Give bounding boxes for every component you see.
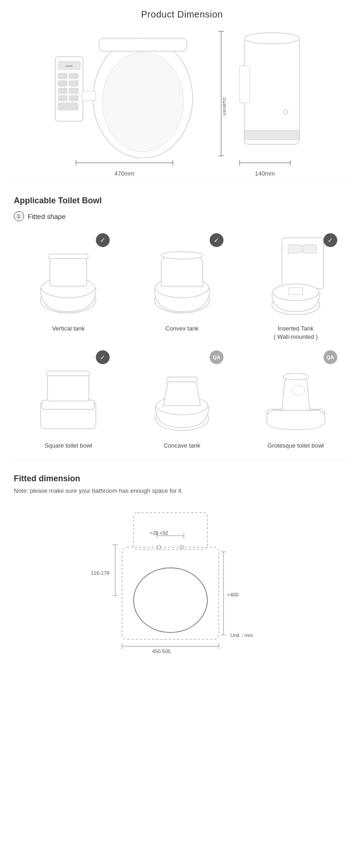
step-number: ① [14, 211, 24, 221]
fitted-dim-title: Fitted dimension [14, 474, 350, 484]
applicable-section-title: Applicable Toilet Bowl [14, 196, 350, 206]
svg-rect-39 [288, 245, 302, 253]
svg-rect-43 [289, 288, 303, 295]
svg-rect-53 [122, 547, 219, 639]
svg-text:116-178: 116-178 [91, 570, 109, 576]
toilet-label: Inserted Tank( Wall-mounted ) [274, 325, 318, 341]
svg-rect-46 [47, 373, 89, 401]
depth-arrow: 518mm [217, 29, 226, 158]
svg-rect-9 [58, 95, 67, 101]
svg-rect-50 [167, 377, 197, 382]
toilet-concave-img: QA [136, 346, 228, 438]
fitted-shape-label: Fitted shape [28, 213, 66, 220]
side-view-container: 518mm [217, 29, 313, 177]
svg-text:<400: <400 [227, 592, 239, 597]
svg-rect-5 [58, 81, 67, 86]
bidet-side-view [230, 29, 313, 158]
svg-rect-11 [58, 103, 78, 110]
svg-rect-52 [134, 513, 207, 549]
svg-point-51 [283, 373, 309, 380]
width-dimension [74, 158, 175, 167]
list-item: ✓ Inserted Tank( Wall-mounted ) [241, 229, 350, 341]
svg-rect-45 [42, 400, 94, 409]
toilet-square-img: ✓ [22, 346, 114, 438]
svg-text:Unit：mm: Unit：mm [230, 632, 253, 638]
svg-rect-40 [303, 245, 317, 253]
svg-rect-8 [69, 88, 78, 94]
dimension-section: remote [14, 29, 350, 177]
toilet-label: Grotesque toilet bowl [268, 442, 324, 450]
qa-badge: QA [323, 350, 337, 364]
qa-badge: QA [210, 350, 223, 364]
top-view-container: remote [51, 29, 198, 177]
svg-rect-15 [82, 91, 96, 100]
fitted-dim-note: Note: please make sure your bathroom has… [14, 487, 350, 494]
svg-rect-6 [69, 81, 78, 86]
toilet-label: Convex tank [165, 325, 199, 333]
list-item: ✓ Square toilet bowl [14, 346, 123, 450]
check-badge: ✓ [210, 233, 223, 247]
fitted-dimension-section: Fitted dimension Note: please make sure … [14, 474, 350, 655]
toilet-grotesque-img: QA [250, 346, 342, 438]
bidet-top-view: remote [51, 29, 198, 158]
svg-text:>28 <92: >28 <92 [150, 530, 168, 536]
svg-rect-4 [69, 73, 78, 79]
fitted-shape-header: ① Fitted shape [14, 211, 350, 221]
svg-rect-26 [244, 130, 299, 140]
toilet-label: Concave tank [164, 442, 200, 450]
list-item: QA Concave tank [128, 346, 237, 450]
check-badge: ✓ [96, 233, 110, 247]
svg-point-54 [134, 568, 207, 632]
toilet-vertical-img: ✓ [22, 229, 114, 321]
list-item: QA Grotesque toilet bowl [241, 346, 350, 450]
svg-rect-14 [99, 38, 187, 51]
toilet-label: Vertical tank [52, 325, 85, 333]
toilet-label: Square toilet bowl [45, 442, 92, 450]
svg-rect-25 [240, 66, 250, 103]
width-label: 470mm [114, 170, 134, 177]
svg-rect-34 [48, 254, 88, 259]
list-item: ✓ Vertical tank [14, 229, 123, 341]
svg-rect-3 [58, 73, 67, 79]
page-title: Product Dimension [14, 9, 350, 20]
svg-text:remote: remote [65, 65, 73, 67]
svg-rect-23 [244, 38, 299, 144]
svg-point-24 [244, 33, 299, 44]
toilet-convex-img: ✓ [136, 229, 228, 321]
svg-text:450-505: 450-505 [152, 649, 170, 654]
list-item: ✓ Convex tank [128, 229, 237, 341]
svg-rect-33 [50, 256, 87, 286]
check-badge: ✓ [96, 350, 110, 364]
svg-text:518mm: 518mm [222, 97, 226, 116]
svg-rect-10 [69, 95, 78, 101]
check-badge: ✓ [323, 233, 337, 247]
svg-rect-47 [47, 371, 90, 376]
side-width-dimension [237, 158, 293, 167]
fitted-diagram: >28 <92 116-178 <400 450-505 (Recommend) [14, 503, 350, 655]
svg-point-13 [102, 52, 183, 152]
toilet-wall-img: ✓ [250, 229, 342, 321]
svg-rect-7 [58, 88, 67, 94]
svg-point-37 [161, 252, 203, 259]
side-width-label: 140mm [255, 170, 275, 177]
toilet-types-grid: ✓ Vertical tank ✓ Convex t [14, 229, 350, 450]
